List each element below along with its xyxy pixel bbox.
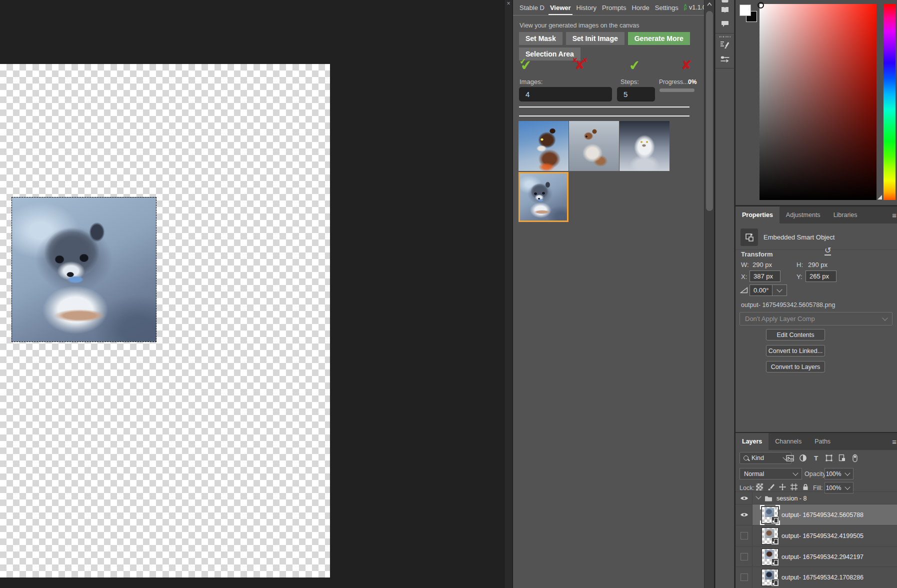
generated-thumbnail-4-selected[interactable] [518,172,568,222]
chevron-down-icon [844,470,850,476]
filter-toggle-icon[interactable] [850,454,860,462]
panel-menu-icon[interactable]: ≡ [892,433,897,450]
y-input[interactable]: 265 px [806,270,836,282]
tool-presets-icon[interactable] [720,56,730,63]
layer-thumbnail[interactable] [762,548,778,566]
filter-shape-layers-icon[interactable] [824,454,834,462]
group-expand-icon[interactable] [756,494,761,499]
generated-thumbnail-1[interactable] [518,121,568,171]
reset-transform-icon[interactable]: ↺ [824,246,831,256]
generated-thumbnail-2[interactable] [569,121,619,171]
scroll-up-icon[interactable] [707,2,712,6]
init-image-enabled-icon[interactable]: ✔ [629,58,640,72]
angle-dropdown[interactable] [772,284,787,296]
layer-row[interactable]: output- 1675495342.2942197 [736,546,897,567]
visibility-checkbox[interactable] [740,532,748,540]
scrollbar-thumb[interactable] [706,11,713,211]
layer-thumbnail[interactable] [762,569,778,586]
angle-input[interactable]: 0.00° [750,284,772,296]
layer-row-selected[interactable]: output- 1675495342.5605788 [736,504,897,525]
panel-menu-icon[interactable]: ≡ [892,206,897,224]
opacity-label: Opacity: [804,470,828,478]
convert-to-layers-button[interactable]: Convert to Layers [766,361,825,372]
lock-position-icon[interactable] [778,483,786,490]
opacity-dropdown[interactable] [842,468,854,480]
tab-paths[interactable]: Paths [808,433,837,450]
fill-value: 100% [826,484,842,492]
visibility-checkbox[interactable] [740,553,748,560]
generate-more-button[interactable]: Generate More [628,32,690,45]
layer-comp-dropdown[interactable]: Don't Apply Layer Comp [740,312,892,326]
layer-comp-value: Don't Apply Layer Comp [745,315,815,322]
dock-gripper[interactable] [720,36,730,38]
layer-group-row[interactable]: session - 8 [736,492,897,504]
filter-pixel-layers-icon[interactable] [786,454,794,462]
x-input[interactable]: 387 px [750,270,780,282]
height-value: 290 px [808,261,828,268]
dock-group-2 [716,33,734,68]
filter-adjustment-layers-icon[interactable] [798,454,808,462]
foreground-color-swatch[interactable] [740,4,751,16]
tab-properties[interactable]: Properties [736,206,780,224]
brush-settings-icon[interactable] [720,40,730,49]
filter-type-layers-icon[interactable]: T [812,454,820,462]
images-input[interactable] [519,87,612,102]
libraries-icon[interactable] [721,6,729,13]
dock-group-1 [716,0,734,34]
tab-history[interactable]: History [576,0,596,15]
edit-contents-button[interactable]: Edit Contents [766,329,825,340]
plugin-subtitle: View your generated images on the canvas [520,22,640,29]
plugin-logo-icon: AP [684,4,687,12]
mask-disabled-icon[interactable]: ✘✘✘ [572,58,588,72]
plugin-scrollbar[interactable] [704,0,714,588]
convert-to-linked-button[interactable]: Convert to Linked... [766,345,825,356]
tab-horde[interactable]: Horde [632,0,649,15]
tab-channels[interactable]: Channels [768,433,808,450]
tab-prompts[interactable]: Prompts [602,0,626,15]
tab-layers[interactable]: Layers [736,433,768,450]
set-mask-button[interactable]: Set Mask [519,32,562,45]
mask-enabled-icon[interactable]: ✔✔ [520,58,532,72]
filter-smart-objects-icon[interactable] [838,454,846,462]
color-picker-marker[interactable] [758,2,764,8]
smart-object-icon [740,228,758,246]
lock-transparency-icon[interactable] [756,483,764,490]
steps-label: Steps: [620,78,639,86]
tab-stable-d[interactable]: Stable D [520,0,544,15]
tab-settings[interactable]: Settings [655,0,678,15]
clipped-panel-icon[interactable] [722,0,728,2]
init-image-disabled-icon[interactable]: ✘ [681,58,692,72]
tab-libraries[interactable]: Libraries [827,206,864,224]
document-canvas[interactable] [0,64,330,578]
progress-value: 0% [688,78,696,86]
lock-pixels-icon[interactable] [767,483,775,490]
layer-row[interactable]: output- 1675495342.1708286 [736,566,897,588]
layer-row[interactable]: output- 1675495342.4199505 [736,525,897,546]
set-init-image-button[interactable]: Set Init Image [566,32,624,45]
saturation-brightness-field[interactable] [760,4,876,200]
panel-resize-handle[interactable] [878,195,882,200]
comments-icon[interactable] [721,20,729,28]
lock-artboard-icon[interactable] [790,483,798,490]
layer-filter-dropdown[interactable]: Kind [740,452,792,464]
panel-icon-dock [715,0,734,588]
opacity-input[interactable]: 100% [824,468,842,480]
blend-mode-dropdown[interactable]: Normal [740,468,802,480]
smart-object-image-selection[interactable] [12,197,156,342]
tab-viewer[interactable]: Viewer [550,0,571,15]
layer-thumbnail[interactable] [762,528,778,544]
canvas-area[interactable] [0,0,504,588]
chevron-down-icon [882,315,888,320]
generated-thumbnail-3[interactable] [620,121,670,171]
visibility-eye-icon[interactable] [740,496,748,501]
layer-thumbnail[interactable] [762,506,778,524]
smart-object-filename: output- 1675495342.5605788.png [741,302,835,308]
hue-strip[interactable] [884,4,896,200]
x-value: 387 px [754,272,773,280]
lock-all-icon[interactable] [802,483,810,490]
tab-adjustments[interactable]: Adjustments [780,206,827,224]
visibility-checkbox[interactable] [740,574,748,581]
visibility-eye-icon[interactable] [740,512,748,518]
steps-input[interactable] [617,87,655,102]
close-icon[interactable]: × [504,0,512,7]
